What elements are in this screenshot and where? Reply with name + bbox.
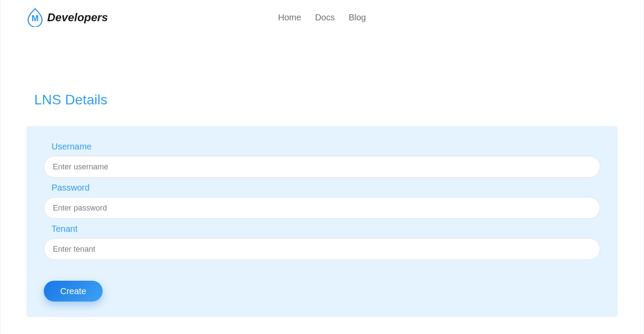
brand-drop-icon: M [26, 8, 44, 27]
password-label: Password [52, 183, 600, 193]
page: M Developers Home Docs Blog LNS Details … [0, 0, 644, 334]
field-tenant: Tenant [44, 224, 600, 260]
brand-logo[interactable]: M Developers [26, 8, 108, 27]
field-username: Username [44, 142, 600, 178]
main: LNS Details Username Password Tenant Cre… [5, 27, 639, 334]
header: M Developers Home Docs Blog [5, 0, 639, 27]
create-button[interactable]: Create [44, 281, 103, 302]
nav-blog[interactable]: Blog [349, 13, 366, 23]
brand-name: Developers [47, 11, 108, 24]
lns-details-form: Username Password Tenant Create [26, 126, 618, 317]
content-frame: M Developers Home Docs Blog LNS Details … [5, 0, 639, 334]
form-actions: Create [44, 281, 600, 302]
brand-letter: M [32, 13, 39, 23]
nav-home[interactable]: Home [278, 13, 301, 23]
tenant-input[interactable] [44, 238, 600, 260]
tenant-label: Tenant [52, 224, 600, 234]
username-input[interactable] [44, 156, 600, 178]
username-label: Username [52, 142, 600, 152]
field-password: Password [44, 183, 600, 219]
password-input[interactable] [44, 197, 600, 219]
nav-docs[interactable]: Docs [315, 13, 335, 23]
top-nav: Home Docs Blog [278, 13, 366, 23]
section-title: LNS Details [34, 92, 618, 108]
